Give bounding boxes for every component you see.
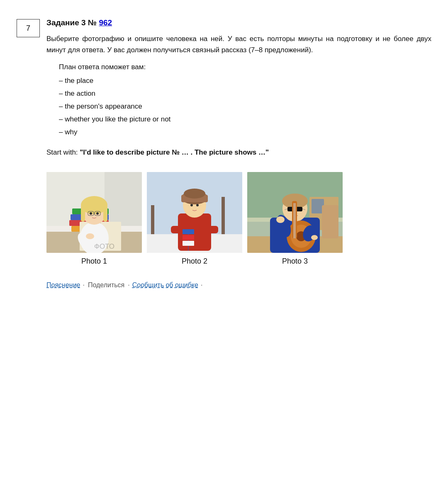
svg-text:ФОТО: ФОТО	[94, 242, 114, 250]
plan-section: План ответа поможет вам: – the place – t…	[59, 61, 431, 138]
photo-3-label: Photo 3	[282, 257, 308, 266]
svg-rect-36	[209, 226, 218, 233]
plan-item-4: – whether you like the picture or not	[59, 114, 431, 126]
plan-item-3: – the person's appearance	[59, 101, 431, 113]
share-text: Поделиться	[88, 281, 124, 289]
footer-links: Пояснение · Поделиться · Сообщить об оши…	[46, 281, 431, 289]
task-number: 7	[17, 19, 40, 37]
svg-rect-38	[183, 229, 194, 234]
svg-rect-14	[103, 205, 107, 222]
svg-rect-40	[183, 241, 194, 246]
separator-1: ·	[83, 281, 84, 289]
photo-3	[247, 172, 343, 253]
svg-rect-47	[322, 205, 338, 238]
start-with: Start with: "I'd like to describe pictur…	[46, 147, 431, 158]
task-title: Задание 3 № 962	[46, 18, 431, 27]
task-container: 7 Задание 3 № 962 Выберите фотографию и …	[0, 8, 448, 299]
photo-1: ФОТО	[46, 172, 142, 253]
svg-rect-25	[151, 205, 154, 234]
photos-section: ФОТО Photo 1	[46, 172, 431, 266]
task-number-link[interactable]: 962	[99, 18, 112, 27]
svg-rect-39	[183, 235, 194, 240]
photo-item-2: Photo 2	[147, 172, 242, 266]
svg-point-21	[86, 233, 94, 239]
svg-point-64	[276, 216, 285, 223]
svg-point-32	[190, 204, 193, 206]
svg-point-31	[184, 189, 205, 199]
svg-point-18	[90, 212, 92, 215]
photo-2-label: Photo 2	[182, 257, 207, 266]
svg-point-19	[96, 212, 99, 215]
photo-2	[147, 172, 242, 253]
plan-item-1: – the place	[59, 75, 431, 87]
photo-item-1: ФОТО Photo 1	[46, 172, 142, 266]
plan-item-5: – why	[59, 126, 431, 138]
photo-item-3: Photo 3	[247, 172, 343, 266]
plan-title: План ответа поможет вам:	[59, 61, 431, 73]
plan-item-2: – the action	[59, 88, 431, 100]
svg-point-66	[311, 235, 318, 240]
svg-rect-26	[222, 197, 225, 234]
report-link[interactable]: Сообщить об ошибке	[132, 281, 198, 289]
separator-2: ·	[128, 281, 129, 289]
photo-1-label: Photo 1	[81, 257, 107, 266]
task-content: Задание 3 № 962 Выберите фотографию и оп…	[46, 18, 431, 289]
start-with-bold: "I'd like to describe picture № … . The …	[80, 148, 269, 156]
svg-rect-13	[81, 205, 85, 222]
svg-rect-35	[171, 226, 180, 233]
svg-rect-2	[105, 172, 142, 226]
svg-point-33	[196, 204, 199, 206]
task-description: Выберите фотографию и опишите человека н…	[46, 33, 431, 56]
separator-3: ·	[201, 281, 202, 289]
explanation-link[interactable]: Пояснение	[46, 281, 80, 289]
